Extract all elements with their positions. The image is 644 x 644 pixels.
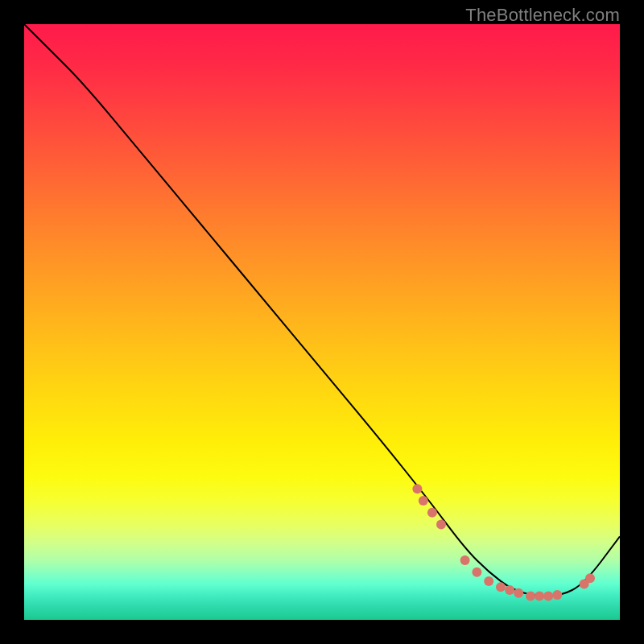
chart-frame: TheBottleneck.com bbox=[0, 0, 644, 644]
marker-dot bbox=[427, 508, 437, 518]
line-curve bbox=[24, 24, 620, 596]
marker-dot bbox=[585, 573, 595, 583]
marker-group bbox=[412, 484, 595, 601]
marker-dot bbox=[526, 591, 535, 601]
plot-area bbox=[24, 24, 620, 620]
marker-dot bbox=[505, 585, 514, 595]
chart-svg bbox=[24, 24, 620, 620]
marker-dot bbox=[484, 576, 493, 586]
marker-dot bbox=[552, 590, 562, 600]
marker-dot bbox=[436, 520, 446, 530]
marker-dot bbox=[514, 588, 523, 598]
marker-dot bbox=[460, 555, 470, 565]
marker-dot bbox=[472, 568, 481, 577]
marker-dot bbox=[419, 496, 428, 506]
marker-dot bbox=[496, 582, 506, 592]
marker-dot bbox=[412, 484, 422, 493]
marker-dot bbox=[535, 591, 544, 601]
marker-dot bbox=[543, 591, 553, 601]
watermark-text: TheBottleneck.com bbox=[465, 5, 620, 26]
